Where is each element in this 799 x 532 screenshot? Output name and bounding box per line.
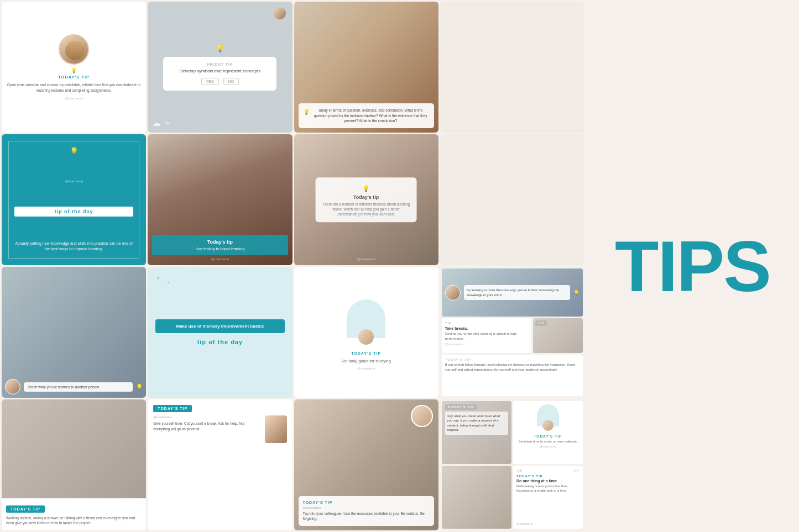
body-r4c2: Give yourself time. Cut yourself a break…: [153, 421, 261, 432]
tile-r1c3: 💡 Study in terms of question, evidence, …: [294, 2, 438, 133]
tip-day-r3c2: tip of the day: [197, 339, 243, 345]
username-r1c1: @username: [65, 97, 83, 100]
r3c1-body: Teach what you've learned to another per…: [28, 385, 129, 389]
today-tip-label-r1c1: TODAY'S TIP: [58, 75, 90, 80]
r2c1-body: Actually putting new knowledge and skill…: [14, 241, 133, 252]
tip-day-label-r2c1: tip of the day: [14, 207, 133, 217]
bulb-icon-r1c2: 💡: [216, 44, 224, 52]
sub-r3c4-bot: TODAY'S TIP If you cannot follow through…: [442, 355, 583, 396]
r3c3-body: Set daily goals for studying: [341, 359, 391, 364]
deco2-r3c2: ✦: [167, 281, 170, 285]
username-r3c3: @username: [357, 367, 375, 370]
bulb-icon-r3c1: 💡: [136, 384, 143, 390]
label-tr: TODAY'S TIP: [534, 434, 562, 438]
card-overlay-r2c3: 💡 Today's tip There are a number of diff…: [316, 177, 417, 222]
bulb-icon-r1c1: 💡: [71, 68, 77, 73]
username-r4c2: @username: [153, 415, 261, 419]
sub-r4c4-tl: TODAY'S TIP Say what you mean and mean w…: [442, 401, 511, 464]
bulb-icon-r2c1: 💡: [70, 147, 79, 155]
tip-label-bot: TODAY'S TIP: [445, 358, 579, 361]
label-tl: TODAY'S TIP: [445, 404, 477, 410]
tip-tag-br: TIP: [535, 320, 547, 326]
body-tl: Say what you mean and mean what you say.…: [445, 412, 508, 435]
tile-r3c1: Teach what you've learned to another per…: [2, 267, 146, 398]
avatar-r1c2: [274, 7, 286, 19]
tile-r3c2: ✦ ✦ Make use of memory improvement basic…: [148, 267, 292, 398]
username-tr: @username: [540, 445, 556, 448]
tip2-br: TIP: [573, 469, 579, 472]
sub-r4c4-bl: [442, 466, 511, 529]
today-label-r3c3: TODAY'S TIP: [351, 351, 381, 355]
r1c3-body: Study in terms of question, evidence, an…: [312, 108, 430, 124]
tip-label-bl: TIP: [445, 322, 528, 325]
tip-header-bl: Take breaks.: [445, 326, 528, 330]
photo-r4c1: [2, 399, 146, 498]
avatar-r4c3: [411, 405, 433, 427]
body-tr: Schedule time to study on your calendar: [518, 440, 577, 443]
tile-r2c1: 💡 @username tip of the day Actually putt…: [2, 134, 146, 265]
tile-r1c1: 💡 TODAY'S TIP Open your calendar and cho…: [2, 2, 146, 133]
friday-body: Develop symbols that represent concepts: [169, 69, 271, 73]
bottom-card-r3c1: Teach what you've learned to another per…: [2, 376, 146, 398]
tip-body-bl: Resting your brain after learning is cri…: [445, 331, 528, 341]
no-button[interactable]: NO: [223, 78, 239, 85]
friday-tip-card: FRIDAY TIP Develop symbols that represen…: [163, 57, 276, 91]
bulb-icon-r2c3: 💡: [362, 185, 370, 192]
sub-r4c4-tr: TODAY'S TIP Schedule time to study on yo…: [513, 401, 583, 464]
memory-header: Make use of memory improvement basics: [155, 319, 284, 333]
label-r4c3: TODAY'S TIP: [303, 501, 430, 504]
friday-label: FRIDAY TIP: [169, 62, 271, 66]
right-panel: TIPS: [586, 0, 799, 532]
tile-r2c3: 💡 Today's tip There are a number of diff…: [294, 134, 438, 265]
username-r4c3: @username: [303, 506, 430, 509]
sub-r4c4-br: TIP TIP TODAY'S TIP Do one thing at a ti…: [513, 466, 583, 529]
arch-r3c3: [347, 299, 385, 338]
overlay-r2c2: Today's tip Use testing to boost learnin…: [148, 230, 292, 265]
sub-avatar: [445, 285, 461, 301]
sub-r3c4-br: TIP: [533, 318, 583, 353]
label-r4c2: TODAY'S TIP: [153, 405, 192, 412]
bulb-sub: 💡: [573, 290, 579, 296]
sub-r3c4-top: By learning in more than one way, you've…: [442, 268, 583, 317]
cloud-icon2-r1c2: ☁: [164, 119, 170, 125]
tile-r2c4: [440, 134, 584, 265]
yes-button[interactable]: YES: [201, 78, 219, 85]
overlay-body-r2c2: Use testing to boost learning: [156, 247, 283, 251]
card-title-r2c3: Today's tip: [321, 194, 411, 200]
tip-body-bot: If you cannot follow through, avoid plac…: [445, 362, 579, 372]
tile-r1c4: [440, 2, 584, 133]
main-container: 💡 TODAY'S TIP Open your calendar and cho…: [0, 0, 799, 532]
tile-r4c4: TODAY'S TIP Say what you mean and mean w…: [440, 399, 584, 530]
avatar-tr: [542, 420, 553, 431]
tip1-br: TIP: [516, 469, 523, 472]
sub-r3c4-bl: TIP Take breaks. Resting your brain afte…: [442, 318, 531, 353]
tile-r1c2: 💡 FRIDAY TIP Develop symbols that repres…: [148, 2, 292, 133]
label-r4c1: TODAY'S TIP: [6, 505, 45, 513]
tile-r3c3: TODAY'S TIP Set daily goals for studying…: [294, 267, 438, 398]
overlay-r4c3: TODAY'S TIP @username Tap into your coll…: [294, 492, 438, 531]
today-tip-body-r1c1: Open your calendar and choose a predicta…: [7, 82, 140, 93]
cloud-icon-r1c2: ☁: [152, 118, 161, 128]
username-r2c3: @username: [294, 257, 438, 261]
photo-r4c2: [265, 415, 287, 443]
body-r4c3: Tap into your colleagues. Use the resour…: [303, 511, 430, 522]
username-br: @username: [516, 522, 579, 525]
grid-area: 💡 TODAY'S TIP Open your calendar and cho…: [0, 0, 586, 532]
text-overlay-r1c3: 💡 Study in terms of question, evidence, …: [294, 99, 438, 133]
bulb-icon-r1c3: 💡: [303, 108, 310, 116]
avatar-r3c1: [5, 379, 20, 394]
deco-r3c2: ✦: [156, 275, 160, 281]
sub-body-top: By learning in more than one way, you've…: [464, 285, 570, 300]
avatar-r3c3: [358, 329, 374, 345]
avatar-r1c1: [59, 34, 89, 65]
overlay-title-r2c2: Today's tip: [156, 239, 283, 245]
tile-r3c4: By learning in more than one way, you've…: [440, 267, 584, 398]
username-r2c2: @username: [152, 257, 288, 261]
card-r4c1: TODAY'S TIP Walking outside, taking a sh…: [2, 498, 146, 531]
tile-r2c2: Today's tip Use testing to boost learnin…: [148, 134, 292, 265]
tips-title: TIPS: [615, 230, 770, 302]
sub-r3c4-bottom: TIP Take breaks. Resting your brain afte…: [442, 318, 583, 353]
label-br: TODAY'S TIP: [516, 475, 579, 478]
tile-r4c3: TODAY'S TIP @username Tap into your coll…: [294, 399, 438, 530]
username-bl: @username: [445, 343, 528, 346]
